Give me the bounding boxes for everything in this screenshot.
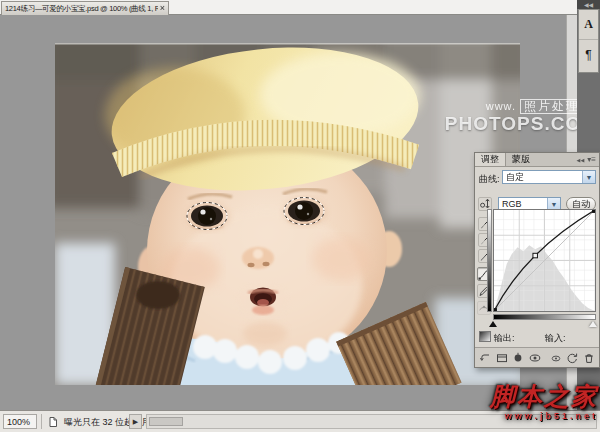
curve-preset-label: 曲线: [479, 173, 500, 186]
previous-state-eye-icon[interactable] [549, 351, 562, 364]
baby-photo-canvas[interactable] [55, 43, 520, 385]
chevron-down-icon: ▼ [582, 171, 595, 183]
clip-to-layer-icon[interactable] [512, 351, 525, 364]
baby-photo-illustration [55, 43, 520, 385]
photoshop-window: 1214练习—可爱的小宝宝.psd @ 100% (曲线 1, RGB/8) *… [0, 0, 600, 432]
curve-output-gradient [487, 209, 492, 312]
site-watermark: 脚本之家 www.jb51.net [428, 384, 598, 421]
input-label: 输入: [545, 332, 566, 345]
close-tab-icon[interactable]: × [160, 4, 165, 13]
curve-preset-dropdown[interactable]: 自定 ▼ [502, 170, 596, 184]
output-label: 输出: [494, 332, 515, 345]
gradient-swatch-icon [479, 331, 491, 342]
delete-adjustment-trash-icon[interactable] [582, 351, 595, 364]
layer-visibility-eye-icon[interactable] [529, 351, 542, 364]
curve-control-point [533, 253, 538, 258]
document-tab-bar: 1214练习—可爱的小宝宝.psd @ 100% (曲线 1, RGB/8) *… [0, 0, 600, 15]
white-point-slider[interactable] [589, 321, 597, 327]
photo-watermark: www.照片处理网 PHOTOPS.COM [420, 99, 598, 135]
watermark-domain: PHOTOPS.COM [420, 114, 598, 135]
adjustments-panel-tabs: 调整 蒙版 ◀◀ ▾≡ [475, 153, 599, 167]
document-title: 1214练习—可爱的小宝宝.psd @ 100% (曲线 1, RGB/8) * [5, 4, 158, 14]
tab-adjustments[interactable]: 调整 [475, 153, 506, 166]
tab-masks[interactable]: 蒙版 [506, 153, 536, 166]
divider [41, 414, 42, 429]
dock-panel-group: A ¶ [578, 9, 599, 73]
document-info-icon [46, 415, 59, 428]
expand-view-icon[interactable] [496, 351, 509, 364]
adjustments-panel-footer [475, 347, 599, 367]
site-watermark-url: www.jb51.net [428, 412, 598, 421]
black-point-slider[interactable] [489, 321, 497, 327]
panel-menu-icon[interactable]: ▾≡ [587, 155, 596, 164]
curves-grid[interactable] [493, 209, 596, 312]
status-expand-arrow[interactable]: ▶ [129, 414, 142, 429]
zoom-level-field[interactable]: 100% [3, 414, 37, 429]
panel-collapse-icon[interactable]: ◀◀ [577, 157, 585, 163]
document-tab[interactable]: 1214练习—可爱的小宝宝.psd @ 100% (曲线 1, RGB/8) *… [1, 1, 169, 15]
paragraph-panel-icon[interactable]: ¶ [579, 40, 598, 70]
site-watermark-title: 脚本之家 [428, 384, 598, 409]
character-panel-icon[interactable]: A [579, 10, 598, 40]
scrollbar-thumb[interactable] [149, 417, 183, 426]
reset-icon[interactable] [566, 351, 579, 364]
return-to-list-icon[interactable] [479, 351, 492, 364]
output-input-row: 输出: 输入: [475, 330, 599, 344]
dock-collapse-bar[interactable]: ◀◀ [577, 0, 600, 9]
curve-input-gradient [493, 314, 596, 320]
adjustments-panel: 调整 蒙版 ◀◀ ▾≡ 曲线: 自定 ▼ RGB ▼ 自动 [474, 152, 600, 368]
watermark-www: www. [486, 100, 516, 112]
